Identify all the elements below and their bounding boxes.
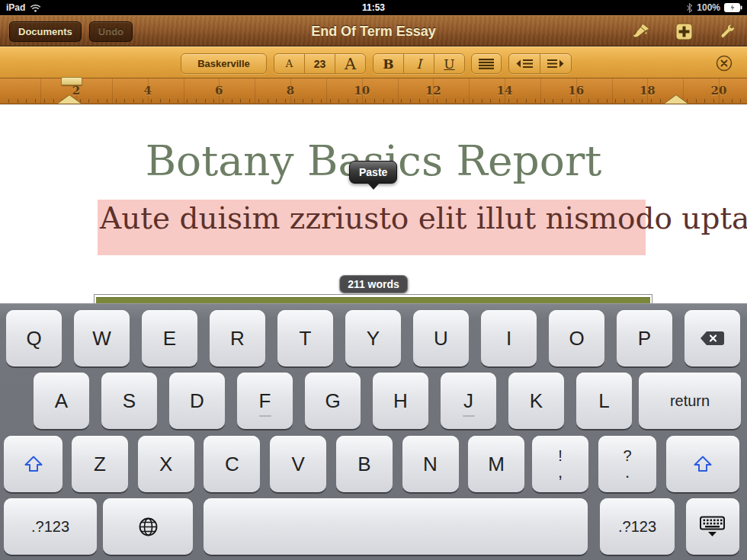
key-shift-left[interactable] (4, 436, 63, 492)
key-r[interactable]: R (210, 310, 265, 366)
key-symbols-left[interactable]: .?123 (4, 498, 97, 555)
key-question-period[interactable]: ?. (598, 436, 656, 492)
ruler-tick (740, 99, 741, 103)
key-s[interactable]: S (101, 373, 157, 429)
ruler-tick (187, 99, 188, 103)
ruler-tick (223, 99, 223, 103)
ruler-tick (312, 99, 313, 103)
ruler-tick (44, 99, 45, 103)
key-dismiss-keyboard[interactable] (686, 498, 739, 555)
key-globe[interactable] (103, 498, 193, 555)
ruler-number: 6 (215, 84, 223, 98)
key-label: U (434, 327, 448, 350)
key-symbols-right[interactable]: .?123 (600, 498, 675, 555)
ruler-tick (88, 99, 89, 103)
key-o[interactable]: O (549, 310, 604, 366)
ruler-tick (588, 99, 589, 103)
key-a[interactable]: A (34, 373, 89, 429)
ruler-tick (205, 99, 206, 103)
key-label: return (670, 392, 710, 410)
underline-button[interactable]: U (434, 54, 464, 73)
key-l[interactable]: L (576, 373, 632, 429)
ruler-tick (607, 99, 608, 103)
key-g[interactable]: G (305, 373, 361, 429)
key-w[interactable]: W (74, 310, 130, 366)
ruler-tick (196, 99, 197, 103)
close-format-bar-button[interactable] (716, 55, 733, 72)
ruler-tick (116, 99, 117, 103)
ruler-tick (124, 99, 125, 103)
ruler-unit-line (612, 78, 613, 104)
key-m[interactable]: M (468, 436, 524, 492)
alignment-button[interactable] (471, 53, 502, 74)
paste-button[interactable]: Paste (349, 161, 397, 184)
key-exclaim-comma[interactable]: !, (532, 436, 588, 492)
key-z[interactable]: Z (72, 436, 128, 492)
ruler-tick (107, 99, 107, 103)
margin-marker-tab[interactable] (61, 77, 82, 85)
key-shift-right[interactable] (666, 436, 739, 492)
key-k[interactable]: K (508, 373, 564, 429)
key-u[interactable]: U (413, 310, 469, 366)
key-q[interactable]: Q (6, 310, 62, 366)
ruler-tick (598, 99, 598, 103)
font-family-label: Baskerville (181, 54, 266, 73)
key-x[interactable]: X (138, 436, 194, 492)
highlighted-text: Aute duisim zzriusto elit illut nismodo … (100, 201, 747, 235)
documents-button[interactable]: Documents (9, 21, 82, 42)
key-v[interactable]: V (270, 436, 326, 492)
key-j[interactable]: J (441, 373, 496, 429)
font-size-decrease-button[interactable]: A (274, 54, 304, 73)
italic-button[interactable]: I (403, 54, 434, 73)
key-label: .?123 (618, 518, 656, 536)
key-e[interactable]: E (142, 310, 197, 366)
key-b[interactable]: B (336, 436, 393, 492)
key-label: W (92, 327, 111, 350)
ruler-tick (704, 99, 705, 103)
paintbrush-style-icon[interactable] (631, 21, 651, 41)
ruler-tick (526, 99, 527, 103)
key-t[interactable]: T (277, 310, 333, 366)
ruler-tick (642, 99, 643, 103)
indent-left-button[interactable] (509, 54, 540, 73)
tools-wrench-icon[interactable] (717, 21, 736, 41)
selection-highlight: Aute duisim zzriusto elit illut nismodo … (98, 200, 646, 255)
key-c[interactable]: C (204, 436, 260, 492)
font-family-button[interactable]: Baskerville (181, 53, 267, 74)
key-d[interactable]: D (169, 373, 225, 429)
ruler-number: 14 (497, 84, 513, 98)
key-space[interactable] (204, 498, 588, 555)
bold-button[interactable]: B (374, 54, 403, 73)
key-return[interactable]: return (639, 373, 741, 429)
key-p[interactable]: P (617, 310, 672, 366)
key-n[interactable]: N (402, 436, 459, 492)
document-canvas[interactable]: Botany Basics Report Aute duisim zzriust… (0, 104, 747, 303)
ruler-number: 12 (425, 84, 441, 98)
key-label: Q (26, 327, 41, 350)
ruler-tick (419, 99, 420, 103)
key-y[interactable]: Y (345, 310, 401, 366)
key-f[interactable]: F (237, 373, 293, 429)
ruler-tick (446, 99, 447, 103)
font-size-increase-button[interactable]: A (335, 54, 365, 73)
right-indent-marker[interactable] (665, 95, 688, 104)
indent-right-button[interactable] (540, 54, 571, 73)
key-label: S (123, 389, 136, 413)
insert-plus-icon[interactable] (674, 21, 694, 41)
key-label: B (357, 453, 370, 476)
ruler-tick (562, 99, 563, 103)
key-backspace[interactable] (684, 310, 740, 366)
left-indent-marker[interactable] (58, 95, 81, 104)
ruler-number: 18 (640, 84, 656, 98)
ruler-tick (696, 99, 697, 103)
key-h[interactable]: H (373, 373, 428, 429)
ruler-tick (169, 99, 170, 103)
key-label: Y (367, 327, 380, 350)
ruler-tick (571, 99, 572, 103)
key-i[interactable]: I (481, 310, 537, 366)
ruler-tick (615, 99, 616, 103)
ruler-number: 8 (287, 84, 294, 98)
ruler-tick (35, 99, 36, 103)
punct-top: ! (558, 448, 563, 463)
undo-button[interactable]: Undo (89, 21, 133, 42)
